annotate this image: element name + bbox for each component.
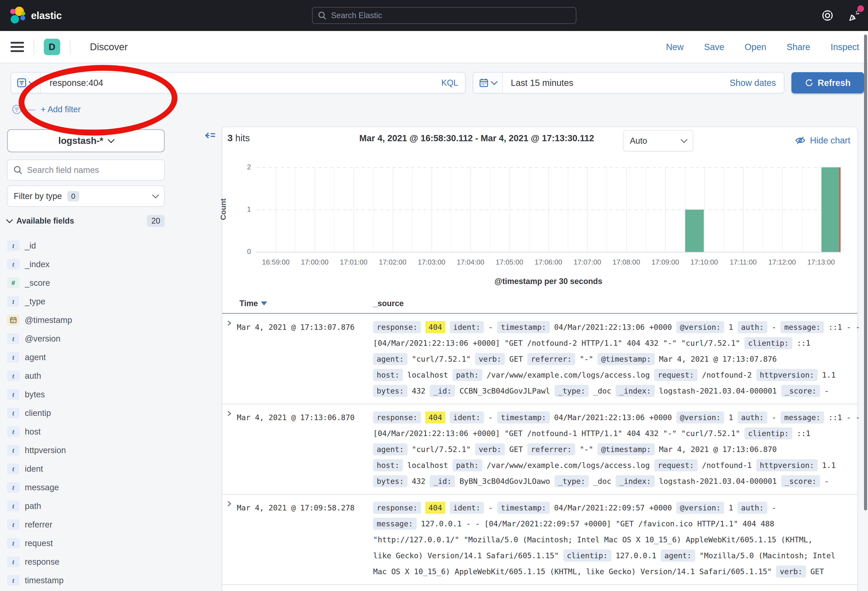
string-field-icon: t xyxy=(7,259,19,270)
menu-button[interactable] xyxy=(10,42,24,52)
sidebar-field-referrer[interactable]: treferrer xyxy=(7,515,193,534)
sidebar-field-message[interactable]: tmessage xyxy=(7,478,193,497)
time-range-value[interactable]: Last 15 minutes xyxy=(511,78,730,88)
hide-chart-button[interactable]: Hide chart xyxy=(795,135,850,146)
sidebar-field-index[interactable]: t_index xyxy=(7,255,193,273)
sidebar-field-version[interactable]: t@version xyxy=(7,329,193,348)
search-icon xyxy=(13,165,22,174)
nav-link-save[interactable]: Save xyxy=(704,42,724,52)
field-value: ::1 - - xyxy=(828,323,860,332)
query-text[interactable]: response:404 xyxy=(50,78,441,88)
refresh-button[interactable]: Refresh xyxy=(791,72,864,93)
row-time: Mar 4, 2021 @ 17:13:06.870 xyxy=(237,409,373,489)
app-nav-bar: D Discover NewSaveOpenShareInspect xyxy=(0,31,868,63)
gridline xyxy=(256,167,841,168)
saved-query-menu-button[interactable] xyxy=(11,72,41,93)
collapse-sidebar-button[interactable] xyxy=(205,130,216,143)
elastic-logo[interactable]: elastic xyxy=(10,7,62,24)
table-row: Mar 4, 2021 @ 17:13:07.876response:404id… xyxy=(222,314,858,404)
nav-link-share[interactable]: Share xyxy=(787,42,810,52)
discover-app-badge[interactable]: D xyxy=(44,39,60,55)
show-dates-button[interactable]: Show dates xyxy=(730,78,776,88)
sidebar-field-request[interactable]: trequest xyxy=(7,534,193,553)
histogram-bar-17:09:30[interactable] xyxy=(685,210,704,252)
add-filter-button[interactable]: + Add filter xyxy=(41,105,81,114)
field-value: 1.1 xyxy=(822,371,836,380)
field-value: ::1 xyxy=(797,429,810,438)
field-value: GET xyxy=(509,445,523,454)
string-field-icon: t xyxy=(7,371,19,381)
sidebar-field-timestamp[interactable]: ttimestamp xyxy=(7,571,193,590)
string-field-icon: t xyxy=(7,445,19,455)
histogram-plot[interactable] xyxy=(256,167,841,252)
date-quick-menu-button[interactable] xyxy=(473,72,503,93)
search-icon xyxy=(318,11,327,20)
expand-row-button[interactable] xyxy=(222,409,237,489)
string-field-icon: t xyxy=(7,482,19,493)
field-value: 1 xyxy=(729,413,733,422)
field-name-badge: @timestamp: xyxy=(598,353,654,365)
nav-link-open[interactable]: Open xyxy=(744,42,766,52)
interval-select[interactable]: Auto xyxy=(623,130,693,151)
news-button[interactable] xyxy=(849,9,861,22)
interval-value: Auto xyxy=(630,136,647,146)
expand-row-button[interactable] xyxy=(222,319,237,399)
help-button[interactable] xyxy=(822,9,834,21)
sidebar-field-timestamp[interactable]: @timestamp xyxy=(7,311,193,329)
field-value: - xyxy=(488,323,493,332)
field-name-badge: _score: xyxy=(781,385,820,397)
field-name-badge: _type: xyxy=(555,385,589,397)
field-value: _doc xyxy=(593,387,611,395)
sidebar-field-httpversion[interactable]: thttpversion xyxy=(7,441,193,460)
sidebar-field-response[interactable]: tresponse xyxy=(7,553,193,571)
filter-by-type-select[interactable]: Filter by type 0 xyxy=(7,186,165,207)
field-search-input[interactable]: Search field names xyxy=(7,160,165,180)
query-input[interactable]: response:404 KQL xyxy=(10,72,466,93)
page-title: Discover xyxy=(90,41,128,52)
field-value: - xyxy=(488,503,493,512)
x-tick-label: 17:13:00 xyxy=(794,258,847,266)
column-header-time[interactable]: Time xyxy=(239,299,267,308)
row-source: response:404ident:-timestamp:04/Mar/2021… xyxy=(373,409,865,489)
field-value: CCBN_3cB04dGovJLPawl xyxy=(459,387,550,395)
field-label: _score xyxy=(25,278,50,288)
query-language-button[interactable]: KQL xyxy=(441,78,458,88)
field-value: _doc xyxy=(593,477,611,486)
filter-circle-icon[interactable] xyxy=(12,104,22,115)
global-search-input[interactable]: Search Elastic xyxy=(312,7,576,24)
expand-row-button[interactable] xyxy=(222,500,237,579)
field-name-badge: _score: xyxy=(781,475,820,487)
sidebar-field-ident[interactable]: tident xyxy=(7,460,193,478)
sidebar-field-auth[interactable]: tauth xyxy=(7,366,193,385)
nav-link-new[interactable]: New xyxy=(666,42,683,52)
field-value: 04/Mar/2021:22:09:57 +0000 xyxy=(554,503,672,512)
x-axis-line xyxy=(256,252,841,252)
sidebar-field-id[interactable]: t_id xyxy=(7,236,193,255)
sidebar-field-agent[interactable]: tagent xyxy=(7,348,193,366)
string-field-icon: t xyxy=(7,352,19,363)
available-fields-header[interactable]: Available fields 20 xyxy=(7,213,165,228)
field-value: "curl/7.52.1" xyxy=(412,445,471,454)
chevron-right-icon xyxy=(225,409,233,417)
sidebar-field-clientip[interactable]: tclientip xyxy=(7,404,193,423)
chevron-down-icon xyxy=(6,216,13,223)
chevron-down-icon xyxy=(108,136,114,143)
sidebar-field-score[interactable]: #_score xyxy=(7,273,193,292)
index-pattern-select[interactable]: logstash-* xyxy=(7,129,165,152)
sidebar-field-path[interactable]: tpath xyxy=(7,497,193,515)
kibana-discover-page: elastic Search Elastic xyxy=(0,0,868,591)
time-picker[interactable]: Last 15 minutes Show dates xyxy=(473,72,784,93)
nav-link-inspect[interactable]: Inspect xyxy=(831,42,859,52)
field-label: timestamp xyxy=(25,576,63,585)
histogram-bar-17:13:00[interactable] xyxy=(822,167,840,252)
divider xyxy=(70,39,70,55)
chevron-right-icon xyxy=(225,500,233,508)
field-label: httpversion xyxy=(25,446,66,455)
page-scrollbar[interactable] xyxy=(864,34,867,510)
sidebar-field-bytes[interactable]: tbytes xyxy=(7,385,193,404)
y-tick-label: 1 xyxy=(232,205,251,213)
refresh-icon xyxy=(805,78,813,87)
hide-chart-label: Hide chart xyxy=(810,136,850,145)
sidebar-field-type[interactable]: t_type xyxy=(7,292,193,311)
sidebar-field-host[interactable]: thost xyxy=(7,423,193,441)
